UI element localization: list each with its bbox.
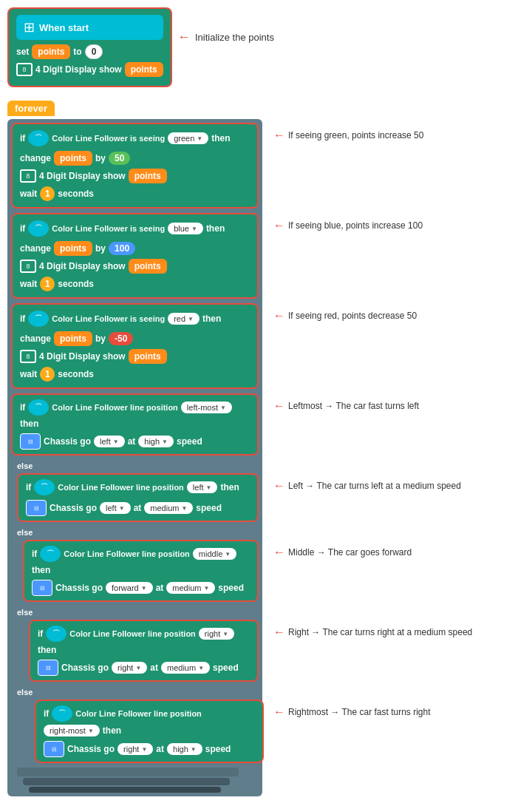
when-start-label: When start (39, 22, 89, 33)
if-green-header: if ⌒ Color Line Follower is seeing green… (20, 130, 250, 146)
speed-medium-middle-dropdown[interactable]: medium (166, 582, 215, 594)
speed-medium-right-dropdown[interactable]: medium (161, 662, 210, 674)
speed-medium-left-dropdown[interactable]: medium (144, 502, 193, 514)
points-badge-green[interactable]: points (129, 169, 167, 183)
line-follower-label-rightmost: Color Line Follower line position (75, 709, 202, 718)
chassis-rightmost: ⊟ Chassis go right at high speed (44, 741, 255, 757)
wait-row-red: wait 1 seconds (20, 367, 250, 382)
wait-val-blue[interactable]: 1 (40, 277, 55, 291)
if-keyword-right: if (38, 629, 43, 639)
else-left-section: else if ⌒ Color Line Follower line posit… (11, 460, 259, 522)
wait-val-green[interactable]: 1 (40, 186, 55, 201)
annotation-rightmost: ← Rightmost → The car fast turns right (273, 705, 431, 719)
increase-50-val[interactable]: 50 (109, 152, 130, 165)
dir-left-dropdown[interactable]: left (94, 436, 125, 447)
leftmost-dropdown[interactable]: left-most (181, 402, 232, 413)
if-leftmost-header: if ⌒ Color Line Follower line position l… (20, 399, 250, 429)
wait-label-green: wait (20, 189, 37, 199)
dir-forward-dropdown[interactable]: forward (106, 582, 153, 594)
color-blue-dropdown[interactable]: blue (168, 223, 203, 234)
at-leftmost: at (128, 436, 136, 447)
wait-val-red[interactable]: 1 (40, 367, 55, 382)
color-sensor-icon-blue: ⌒ (28, 220, 49, 237)
if-keyword-middle: if (32, 549, 37, 559)
else-label-middle: else (11, 526, 38, 538)
points-var-red[interactable]: points (54, 331, 92, 346)
if-blue-block: if ⌒ Color Line Follower is seeing blue … (11, 213, 259, 299)
when-start-header: ⊞ When start (16, 15, 163, 40)
display-row-green: 8 4 Digit Display show points (20, 169, 250, 183)
if-right-block: if ⌒ Color Line Follower line position r… (29, 620, 259, 682)
if-red-header: if ⌒ Color Line Follower is seeing red t… (20, 311, 250, 327)
middle-dropdown[interactable]: middle (193, 548, 236, 560)
chassis-right: ⊟ Chassis go right at medium speed (38, 660, 250, 676)
increase-100-val[interactable]: 100 (109, 242, 135, 255)
dir-right-dropdown[interactable]: right (112, 662, 147, 674)
if-leftmost-section: if ⌒ Color Line Follower line position l… (11, 393, 259, 456)
speed-high-dropdown[interactable]: high (138, 436, 174, 447)
left-dropdown[interactable]: left (187, 481, 218, 493)
init-value[interactable]: 0 (85, 44, 103, 59)
points-badge-init[interactable]: points (125, 62, 163, 77)
if-middle-header: if ⌒ Color Line Follower line position m… (32, 546, 250, 575)
color-follower-label-green: Color Line Follower is seeing (52, 134, 165, 143)
display-show-label: 4 Digit Display show (35, 64, 122, 75)
speed-high-right-dropdown[interactable]: high (167, 743, 202, 755)
if-rightmost-header: if ⌒ Color Line Follower line position r… (44, 705, 255, 736)
points-var-blue[interactable]: points (54, 241, 92, 256)
stack-bottom-1 (17, 768, 239, 776)
line-follower-icon-left: ⌒ (34, 479, 55, 495)
color-green-dropdown[interactable]: green (168, 132, 208, 144)
speed-left: speed (196, 503, 222, 513)
if-rightmost-block: if ⌒ Color Line Follower line position r… (35, 700, 264, 763)
color-red-dropdown[interactable]: red (168, 313, 200, 325)
annotation-blue: ← If seeing blue, points increase 100 (273, 219, 423, 232)
if-rightmost-section: if ⌒ Color Line Follower line position r… (11, 700, 259, 763)
if-leftmost-block: if ⌒ Color Line Follower line position l… (11, 393, 259, 456)
return-arrow-container: ↩ (7, 802, 262, 806)
right-dropdown[interactable]: right (199, 628, 234, 640)
points-var-green[interactable]: points (54, 151, 92, 166)
dir-right2-dropdown[interactable]: right (117, 743, 153, 755)
annotation-red: ← If seeing red, points decrease 50 (273, 309, 417, 322)
else-rightmost-section: else if ⌒ Color Line Follower line posit… (11, 686, 259, 763)
rightmost-dropdown[interactable]: right-most (44, 725, 100, 736)
change-label-red: change (20, 333, 51, 344)
points-badge-blue[interactable]: points (129, 259, 167, 274)
forever-label: forever (7, 98, 525, 116)
else-middle-section: else if ⌒ Color Line Follower line posit… (11, 526, 259, 602)
decrease-50-val[interactable]: -50 (109, 332, 133, 345)
change-label-green: change (20, 153, 51, 163)
digit-display-icon-blue: 8 (20, 260, 36, 273)
points-badge-red[interactable]: points (129, 349, 167, 364)
then-keyword-middle: then (32, 565, 50, 575)
if-green-section: if ⌒ Color Line Follower is seeing green… (11, 123, 259, 209)
return-arrow-icon: ↩ (129, 803, 141, 806)
line-follower-label-left: Color Line Follower line position (58, 483, 184, 492)
if-left-header: if ⌒ Color Line Follower line position l… (26, 479, 250, 495)
then-keyword-rightmost: then (103, 725, 121, 736)
by-label-green: by (95, 153, 106, 163)
display-row-red: 8 4 Digit Display show points (20, 349, 250, 364)
dir-left2-dropdown[interactable]: left (100, 502, 131, 514)
if-left-block: if ⌒ Color Line Follower line position l… (17, 473, 259, 522)
if-blue-header: if ⌒ Color Line Follower is seeing blue … (20, 220, 250, 237)
when-start-block: ⊞ When start set points to 0 8 4 Digit D… (7, 7, 172, 87)
chassis-go-right: Chassis go (61, 663, 109, 673)
if-right-header: if ⌒ Color Line Follower line position r… (38, 626, 250, 655)
annotation-right: ← Right → The car turns right at a mediu… (273, 626, 472, 639)
if-right-section: if ⌒ Color Line Follower line position r… (11, 620, 259, 682)
color-sensor-icon-green: ⌒ (28, 130, 49, 146)
to-label: to (73, 47, 81, 57)
change-points-green: change points by 50 (20, 151, 250, 166)
wait-row-blue: wait 1 seconds (20, 277, 250, 291)
if-blue-section: if ⌒ Color Line Follower is seeing blue … (11, 213, 259, 299)
annotation-leftmost: ← Leftmost → The car fast turns left (273, 399, 419, 413)
change-points-red: change points by -50 (20, 331, 250, 346)
points-var[interactable]: points (32, 44, 70, 59)
color-sensor-icon-red: ⌒ (28, 311, 49, 327)
if-green-block: if ⌒ Color Line Follower is seeing green… (11, 123, 259, 209)
then-keyword-green: then (211, 133, 230, 143)
chassis-leftmost: ⊟ Chassis go left at high speed (20, 433, 250, 450)
line-follower-icon-leftmost: ⌒ (28, 399, 49, 416)
